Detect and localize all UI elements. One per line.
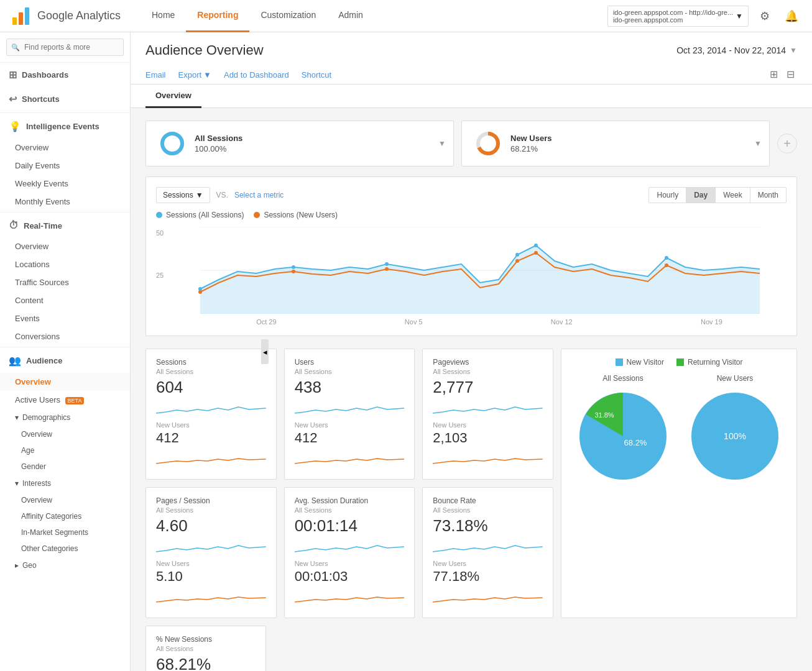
sidebar-item-demographics-overview[interactable]: Overview: [0, 426, 130, 442]
nav-admin[interactable]: Admin: [327, 0, 374, 32]
main-layout: ⊞ Dashboards ↩ Shortcuts 💡 Intelligence …: [0, 32, 812, 671]
export-button[interactable]: Export ▼: [178, 66, 211, 83]
bounce-rate-tile-value: 73.18%: [433, 516, 543, 536]
sidebar-item-weekly-events[interactable]: Weekly Events: [0, 175, 130, 193]
content-header-top: Audience Overview Oct 23, 2014 - Nov 22,…: [145, 42, 797, 58]
sidebar-geo-toggle[interactable]: ▸ Geo: [0, 557, 130, 574]
sessions-new-sparkline: [156, 450, 266, 468]
nav-reporting[interactable]: Reporting: [186, 0, 249, 32]
sidebar-demographics-toggle[interactable]: ▾ Demographics: [0, 409, 130, 426]
add-to-dashboard-button[interactable]: Add to Dashboard: [224, 66, 289, 83]
sessions-new-value: 412: [156, 430, 266, 446]
users-new-value: 412: [295, 430, 405, 446]
new-sessions-sublabel: All Sessions: [156, 645, 256, 652]
view-toggle: ⊞ ⊟: [767, 66, 797, 84]
sidebar-item-audience-overview[interactable]: Overview: [0, 373, 130, 391]
notifications-button[interactable]: 🔔: [781, 6, 802, 27]
sessions-sparkline: [156, 401, 266, 419]
sidebar-item-locations[interactable]: Locations: [0, 255, 130, 273]
metric-tile-sessions: Sessions All Sessions 604 New Users 412: [145, 349, 277, 480]
sidebar-item-gender[interactable]: Gender: [0, 459, 130, 475]
metric-tile-pages-session: Pages / Session All Sessions 4.60 New Us…: [145, 487, 277, 618]
select-metric-link[interactable]: Select a metric: [234, 191, 284, 199]
content-header: Audience Overview Oct 23, 2014 - Nov 22,…: [131, 32, 812, 84]
content-actions: Email Export ▼ Add to Dashboard Shortcut…: [145, 66, 797, 84]
sidebar-item-realtime-overview[interactable]: Overview: [0, 237, 130, 255]
hourly-button[interactable]: Hourly: [649, 188, 686, 203]
day-button[interactable]: Day: [686, 188, 715, 203]
returning-visitor-color: [676, 358, 684, 366]
pages-session-tile-value: 4.60: [156, 516, 266, 536]
bounce-rate-tile-label: Bounce Rate: [433, 496, 543, 505]
new-visitor-color: [616, 358, 623, 366]
week-button[interactable]: Week: [715, 188, 749, 203]
date-range-selector[interactable]: Oct 23, 2014 - Nov 22, 2014 ▼: [676, 45, 797, 55]
sidebar-realtime-label: Real-Time: [24, 221, 62, 231]
svg-point-11: [292, 265, 295, 269]
add-metric-button[interactable]: +: [777, 134, 797, 153]
pageviews-tile-label: Pageviews: [433, 358, 543, 367]
shortcut-button[interactable]: Shortcut: [302, 66, 331, 83]
settings-button[interactable]: ⚙: [756, 6, 773, 27]
sidebar-interests-toggle[interactable]: ▾ Interests: [0, 475, 130, 492]
month-button[interactable]: Month: [750, 188, 786, 203]
tab-overview[interactable]: Overview: [145, 84, 201, 108]
realtime-icon: ⏱: [9, 220, 19, 231]
sidebar-toggle-button[interactable]: ◂: [261, 339, 269, 364]
sidebar-audience[interactable]: 👥 Audience: [0, 349, 130, 373]
nav-home[interactable]: Home: [141, 0, 186, 32]
sidebar-item-other-categories[interactable]: Other Categories: [0, 541, 130, 557]
sidebar-realtime[interactable]: ⏱ Real-Time: [0, 214, 130, 237]
metric-selectors: All Sessions 100.00% ▼: [145, 121, 797, 167]
pages-session-tile-sublabel: All Sessions: [156, 506, 266, 514]
pages-session-new-value: 5.10: [156, 568, 266, 585]
sidebar-item-interests-overview[interactable]: Overview: [0, 492, 130, 508]
main-content: All Sessions 100.00% ▼: [131, 108, 812, 671]
sidebar-item-active-users[interactable]: Active Users BETA: [0, 391, 130, 409]
pages-session-new-label: New Users: [156, 560, 266, 567]
all-sessions-donut: [159, 130, 186, 157]
grid-view-button[interactable]: ⊞: [767, 66, 780, 83]
audience-icon: 👥: [9, 355, 21, 367]
account-selector[interactable]: ido-green.appspot.com - http://ido-gre..…: [607, 6, 749, 27]
metric-card-all-sessions[interactable]: All Sessions 100.00% ▼: [145, 121, 454, 167]
sidebar-intelligence-events[interactable]: 💡 Intelligence Events: [0, 114, 130, 139]
users-new-sparkline: [295, 450, 405, 468]
svg-rect-0: [12, 17, 17, 25]
new-users-info: New Users 68.21%: [510, 134, 757, 153]
legend-new-users-dot: [254, 212, 260, 218]
metric-card-new-users[interactable]: New Users 68.21% ▼: [461, 121, 770, 167]
pageviews-tile-sublabel: All Sessions: [433, 368, 543, 375]
account-sub: ido-green.appspot.com: [613, 16, 733, 24]
pie-new-users: New Users 100%: [685, 374, 785, 486]
sidebar-item-traffic-sources[interactable]: Traffic Sources: [0, 273, 130, 291]
sidebar-item-daily-events[interactable]: Daily Events: [0, 157, 130, 175]
sidebar-item-intelligence-overview[interactable]: Overview: [0, 139, 130, 157]
pie-all-sessions: All Sessions 68.2%: [573, 374, 673, 486]
pie-legend-returning-visitor: Returning Visitor: [676, 358, 743, 367]
time-buttons: Hourly Day Week Month: [648, 187, 787, 203]
sidebar-item-events[interactable]: Events: [0, 309, 130, 327]
table-view-button[interactable]: ⊟: [784, 66, 797, 83]
sidebar-item-shortcuts[interactable]: ↩ Shortcuts: [0, 87, 130, 111]
pageviews-new-sparkline: [433, 450, 543, 468]
beta-badge: BETA: [65, 397, 85, 404]
sessions-dropdown[interactable]: Sessions ▼: [156, 187, 210, 203]
sidebar-item-content[interactable]: Content: [0, 291, 130, 309]
sidebar-item-age[interactable]: Age: [0, 442, 130, 459]
nav-customization[interactable]: Customization: [249, 0, 327, 32]
sidebar-item-dashboards[interactable]: ⊞ Dashboards: [0, 63, 130, 87]
account-name: ido-green.appspot.com - http://ido-gre..…: [613, 9, 733, 16]
shortcuts-icon: ↩: [9, 93, 17, 105]
sidebar-item-conversions[interactable]: Conversions: [0, 327, 130, 345]
sidebar-item-in-market-segments[interactable]: In-Market Segments: [0, 524, 130, 541]
content-wrapper: ◂ Audience Overview Oct 23, 2014 - Nov 2…: [131, 32, 812, 671]
bounce-rate-sparkline: [433, 539, 543, 558]
pages-session-tile-label: Pages / Session: [156, 496, 266, 505]
sidebar-item-affinity-categories[interactable]: Affinity Categories: [0, 508, 130, 524]
email-button[interactable]: Email: [145, 66, 166, 83]
search-input[interactable]: [6, 39, 124, 56]
sidebar-item-monthly-events[interactable]: Monthly Events: [0, 193, 130, 211]
sidebar-intelligence-label: Intelligence Events: [26, 122, 99, 131]
users-tile-sublabel: All Sessions: [295, 368, 405, 375]
